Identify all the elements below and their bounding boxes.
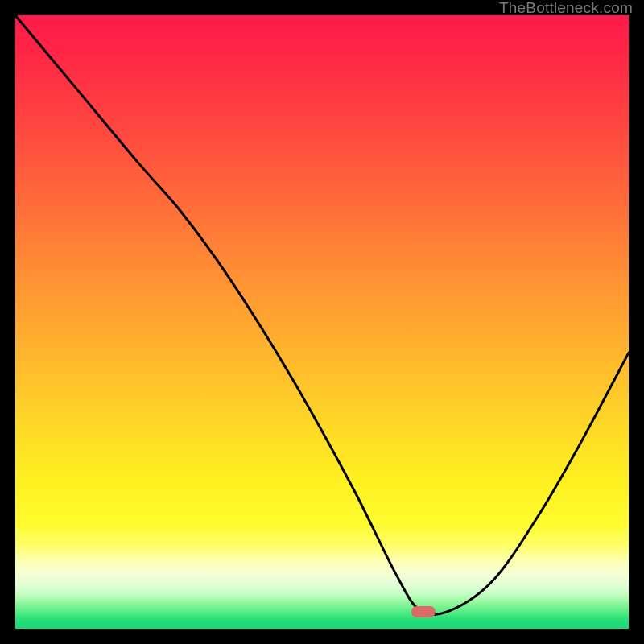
optimal-marker <box>411 606 436 617</box>
plot-area <box>15 15 629 629</box>
watermark-text: TheBottleneck.com <box>499 0 633 17</box>
chart-frame <box>12 12 632 632</box>
bottleneck-curve <box>15 15 629 629</box>
